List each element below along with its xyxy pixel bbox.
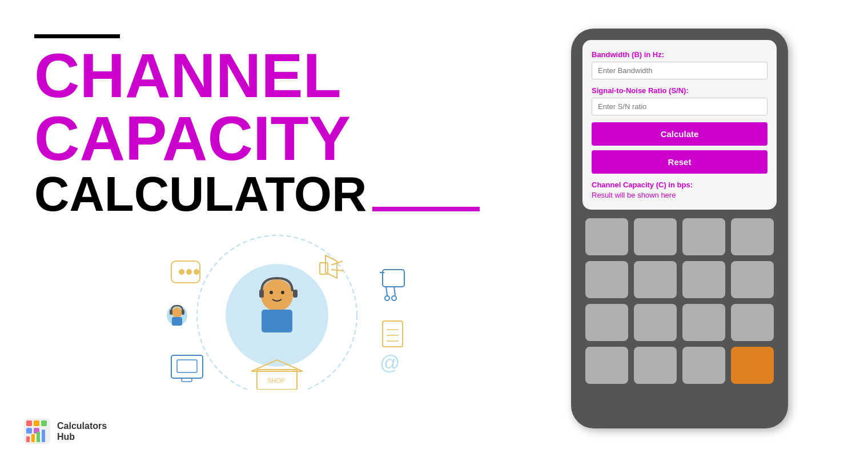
logo-area: Calculators Hub (23, 417, 107, 446)
left-section: CHANNEL CAPACITY CALCULATOR (0, 0, 514, 457)
calculator-screen: Bandwidth (B) in Hz: Signal-to-Noise Rat… (582, 40, 777, 210)
svg-rect-41 (26, 428, 32, 434)
black-bar-decoration (34, 34, 120, 38)
svg-point-4 (281, 291, 284, 294)
snr-label: Signal-to-Noise Ratio (S/N): (592, 86, 767, 95)
calculate-button[interactable]: Calculate (592, 122, 767, 146)
svg-point-20 (392, 296, 396, 300)
svg-rect-29 (171, 355, 203, 378)
svg-point-3 (270, 291, 273, 294)
key-r3c2[interactable] (634, 304, 677, 341)
svg-rect-46 (42, 430, 45, 442)
result-value: Result will be shown here (592, 191, 767, 199)
key-r3c4[interactable] (731, 304, 774, 341)
svg-rect-44 (31, 434, 35, 442)
logo-hub: Hub (57, 431, 107, 442)
svg-rect-36 (182, 310, 184, 315)
logo-icon-svg (23, 417, 51, 446)
svg-text:SHOP: SHOP (267, 377, 285, 384)
svg-text:@: @ (380, 351, 400, 374)
svg-rect-40 (41, 420, 47, 426)
logo-calculators: Calculators (57, 420, 107, 431)
svg-line-17 (386, 287, 387, 295)
svg-rect-16 (383, 270, 404, 287)
svg-rect-45 (37, 432, 40, 442)
key-r4c4-orange[interactable] (731, 347, 774, 384)
title-block: CHANNEL CAPACITY CALCULATOR (34, 34, 480, 218)
key-r3c1[interactable] (585, 304, 628, 341)
svg-rect-39 (34, 420, 39, 426)
snr-input[interactable] (592, 98, 767, 115)
svg-line-18 (394, 287, 395, 295)
key-r2c2[interactable] (634, 261, 677, 298)
keypad (582, 215, 777, 387)
svg-rect-5 (259, 290, 264, 298)
key-r4c1[interactable] (585, 347, 628, 384)
svg-rect-35 (170, 310, 172, 315)
key-r1c1[interactable] (585, 218, 628, 255)
svg-point-33 (172, 307, 182, 318)
title-line-2: CAPACITY (34, 107, 480, 170)
svg-rect-6 (293, 290, 298, 298)
reset-button[interactable]: Reset (592, 150, 767, 174)
key-r4c3[interactable] (682, 347, 725, 384)
svg-rect-38 (26, 420, 32, 426)
result-label: Channel Capacity (C) in bps: (592, 181, 767, 189)
purple-underline-decoration (372, 207, 480, 211)
key-r2c1[interactable] (585, 261, 628, 298)
title-line-3: CALCULATOR (34, 170, 480, 218)
key-r2c4[interactable] (731, 261, 774, 298)
bandwidth-label: Bandwidth (B) in Hz: (592, 50, 767, 59)
svg-rect-43 (26, 436, 30, 442)
svg-point-19 (385, 296, 389, 300)
right-section: Bandwidth (B) in Hz: Signal-to-Noise Rat… (514, 0, 868, 457)
key-r2c3[interactable] (682, 261, 725, 298)
key-r1c3[interactable] (682, 218, 725, 255)
svg-point-1 (261, 279, 293, 311)
illustration-area: @ SHOP (120, 230, 434, 390)
svg-point-9 (179, 269, 184, 275)
svg-point-11 (194, 269, 199, 275)
illustration-svg: @ SHOP (120, 230, 434, 390)
title-line-1: CHANNEL (34, 44, 480, 107)
key-r4c2[interactable] (634, 347, 677, 384)
title-calculator-text: CALCULATOR (34, 170, 367, 218)
svg-rect-2 (262, 310, 292, 332)
svg-rect-30 (177, 360, 197, 372)
svg-point-10 (186, 269, 192, 275)
svg-rect-34 (172, 317, 182, 326)
calculator-body: Bandwidth (B) in Hz: Signal-to-Noise Rat… (571, 29, 788, 428)
bandwidth-input[interactable] (592, 62, 767, 79)
key-r1c2[interactable] (634, 218, 677, 255)
logo-text: Calculators Hub (57, 420, 107, 442)
svg-line-15 (331, 270, 344, 271)
key-r1c4[interactable] (731, 218, 774, 255)
key-r3c3[interactable] (682, 304, 725, 341)
svg-rect-21 (383, 321, 403, 347)
